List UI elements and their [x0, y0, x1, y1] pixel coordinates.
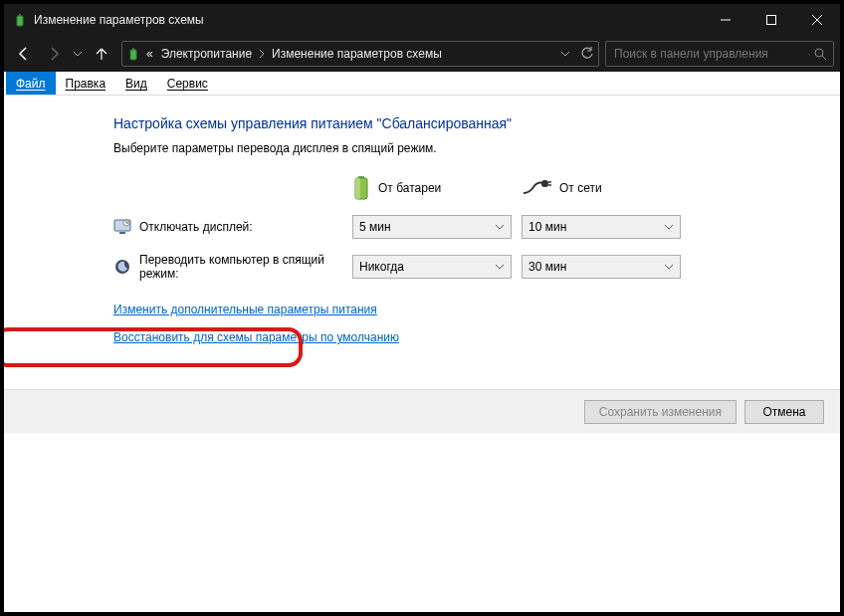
dropdown-sleep-ac[interactable]: 30 мин — [522, 255, 681, 279]
breadcrumb-power[interactable]: Электропитание — [159, 45, 254, 63]
search-box[interactable] — [605, 41, 834, 67]
menu-edit[interactable]: Правка — [56, 72, 116, 95]
menu-view[interactable]: Вид — [115, 72, 157, 95]
menubar: Файл Правка Вид Сервис — [4, 72, 840, 96]
dropdown-display-ac[interactable]: 10 мин — [522, 215, 681, 239]
menu-file[interactable]: Файл — [6, 72, 56, 95]
row-display-off: Отключать дисплей: — [113, 218, 342, 236]
svg-rect-7 — [132, 48, 134, 50]
navbar: « Электропитание Изменение параметров сх… — [4, 36, 840, 72]
refresh-icon[interactable] — [580, 47, 594, 61]
battery-app-icon — [12, 12, 28, 28]
monitor-icon — [113, 218, 131, 236]
moon-icon — [113, 258, 131, 276]
dropdown-value: Никогда — [359, 260, 404, 274]
svg-rect-6 — [130, 50, 136, 60]
svg-rect-12 — [355, 178, 360, 199]
svg-point-8 — [815, 49, 823, 57]
column-ac: От сети — [522, 179, 681, 197]
dropdown-value: 5 мин — [359, 220, 391, 234]
close-button[interactable] — [794, 4, 840, 36]
search-icon — [813, 47, 827, 61]
content-area: Настройка схемы управления питанием "Сба… — [4, 96, 840, 389]
svg-rect-20 — [119, 232, 125, 234]
dropdown-value: 10 мин — [528, 220, 566, 234]
svg-rect-13 — [541, 180, 548, 187]
column-ac-label: От сети — [559, 181, 602, 195]
page-subtitle: Выберите параметры перевода дисплея в сп… — [113, 141, 820, 155]
chevron-right-icon — [258, 49, 266, 59]
battery-icon — [352, 175, 370, 201]
chevron-down-icon — [495, 223, 505, 231]
address-bar[interactable]: « Электропитание Изменение параметров сх… — [121, 41, 599, 67]
back-button[interactable] — [10, 40, 38, 68]
link-restore-defaults[interactable]: Восстановить для схемы параметры по умол… — [113, 330, 399, 344]
column-battery: От батареи — [352, 175, 512, 201]
recent-dropdown[interactable] — [70, 40, 86, 68]
save-button[interactable]: Сохранить изменения — [584, 400, 737, 424]
breadcrumb-prefix: « — [144, 45, 155, 63]
row-display-label: Отключать дисплей: — [139, 220, 253, 234]
breadcrumb-edit-plan[interactable]: Изменение параметров схемы — [270, 45, 444, 63]
column-battery-label: От батареи — [378, 181, 441, 195]
search-input[interactable] — [612, 46, 807, 62]
row-sleep-label: Переводить компьютер в спящий режим: — [139, 253, 342, 281]
dropdown-display-battery[interactable]: 5 мин — [352, 215, 512, 239]
link-stack: Изменить дополнительные параметры питани… — [113, 303, 820, 344]
row-sleep: Переводить компьютер в спящий режим: — [113, 253, 342, 281]
cancel-button[interactable]: Отмена — [744, 400, 824, 424]
up-button[interactable] — [88, 40, 115, 68]
chevron-down-icon — [664, 263, 674, 271]
maximize-button[interactable] — [748, 4, 794, 36]
menu-service[interactable]: Сервис — [157, 72, 218, 95]
dropdown-sleep-battery[interactable]: Никогда — [352, 255, 512, 279]
window-title: Изменение параметров схемы — [34, 13, 204, 27]
battery-app-icon — [126, 47, 140, 61]
svg-line-9 — [822, 56, 826, 60]
svg-rect-3 — [767, 16, 776, 25]
minimize-button[interactable] — [703, 4, 748, 36]
svg-rect-1 — [19, 14, 21, 16]
titlebar: Изменение параметров схемы — [4, 4, 840, 36]
plug-icon — [522, 179, 551, 197]
link-advanced-settings[interactable]: Изменить дополнительные параметры питани… — [113, 303, 377, 316]
dropdown-value: 30 мин — [528, 260, 566, 274]
page-title: Настройка схемы управления питанием "Сба… — [113, 115, 820, 131]
blank-area — [4, 433, 840, 612]
forward-button[interactable] — [40, 40, 68, 68]
chevron-down-icon — [664, 223, 674, 231]
settings-grid: От батареи От сети — [113, 175, 820, 281]
address-dropdown-icon[interactable] — [560, 49, 570, 59]
window-frame: Изменение параметров схемы — [0, 0, 844, 616]
footer-bar: Сохранить изменения Отмена — [4, 389, 840, 433]
svg-rect-0 — [17, 16, 23, 26]
chevron-down-icon — [495, 263, 505, 271]
